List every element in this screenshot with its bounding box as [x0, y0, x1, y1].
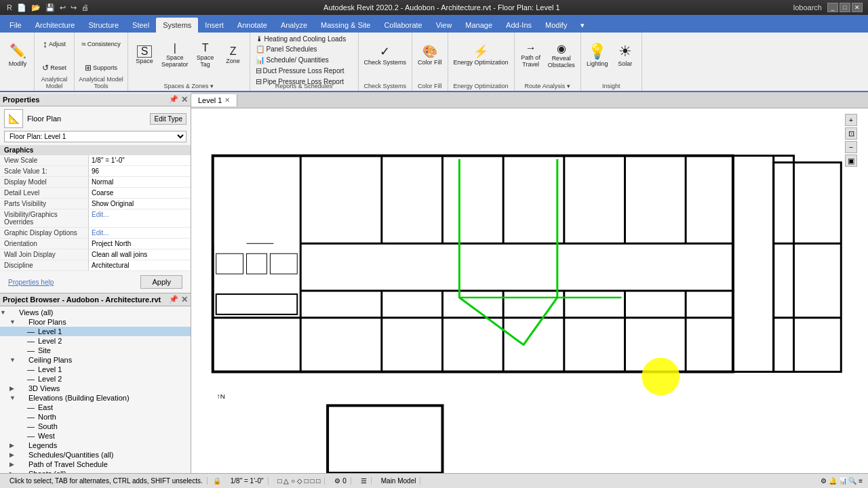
redo-btn[interactable]: ↪ [69, 3, 78, 13]
tab-context[interactable]: ▾ [574, 18, 591, 33]
tab-modify[interactable]: Modify [538, 18, 574, 33]
props-pin[interactable]: 📌 [169, 95, 178, 104]
tree-item[interactable]: ▶Legends [0, 441, 191, 450]
undo-btn[interactable]: ↩ [58, 3, 67, 13]
tree-toggle[interactable]: ▼ [9, 394, 18, 401]
zoom-in-btn[interactable]: + [845, 114, 857, 126]
tab-annotate[interactable]: Annotate [231, 18, 274, 33]
tab-collaborate[interactable]: Collaborate [377, 18, 429, 33]
canvas-area[interactable]: ↑N [191, 108, 868, 473]
tree-item[interactable]: ▶3D Views [0, 384, 191, 393]
tab-view[interactable]: View [429, 18, 459, 33]
tab-massing[interactable]: Massing & Site [314, 18, 377, 33]
tree-toggle[interactable]: ▼ [9, 319, 18, 325]
tab-analyze[interactable]: Analyze [274, 18, 314, 33]
svg-rect-27 [247, 253, 267, 274]
open-btn[interactable]: 📂 [30, 3, 42, 13]
tab-file[interactable]: File [3, 18, 28, 33]
tree-icon: — [27, 432, 38, 440]
tree-item[interactable]: —North [0, 412, 191, 422]
apply-btn[interactable]: Apply [140, 275, 182, 289]
tree-item[interactable]: ▶Path of Travel Schedule [0, 460, 191, 469]
tab-manage[interactable]: Manage [458, 18, 499, 33]
lighting-btn[interactable]: 💡 Lighting [584, 34, 611, 76]
zoom-fit-btn[interactable]: ⊡ [845, 127, 857, 140]
tab-structure[interactable]: Structure [81, 18, 125, 33]
tree-toggle[interactable]: ▶ [9, 385, 18, 392]
view-dropdown[interactable]: Floor Plan: Level 1 [4, 131, 186, 142]
tab-steel[interactable]: Steel [125, 18, 156, 33]
minimize-btn[interactable]: _ [827, 3, 838, 12]
energy-btn[interactable]: ⚡ Energy Optimization [451, 34, 511, 76]
type-name: Floor Plan [27, 115, 146, 123]
pb-pin[interactable]: 📌 [169, 295, 178, 304]
tree-label: West [38, 432, 191, 440]
group-insight-label: Insight [581, 83, 642, 89]
tree-label: East [38, 403, 191, 411]
properties-help-link[interactable]: Properties help [4, 277, 58, 287]
tree-item[interactable]: —Level 2 [0, 374, 191, 384]
pb-close[interactable]: ✕ [181, 295, 188, 304]
solar-btn[interactable]: ☀ Solar [612, 34, 639, 76]
status-icon-lock: 🔒 [213, 477, 221, 485]
tree-item[interactable]: —Level 2 [0, 336, 191, 346]
tree-item[interactable]: —South [0, 422, 191, 431]
tree-item[interactable]: —Level 1 [0, 327, 191, 336]
new-btn[interactable]: 📄 [16, 3, 28, 13]
tab-addins[interactable]: Add-Ins [499, 18, 538, 33]
zoom-out-btn[interactable]: − [845, 141, 857, 153]
tab-level1[interactable]: Level 1 ✕ [191, 94, 237, 106]
tree-item[interactable]: —West [0, 431, 191, 441]
prop-discipline: Discipline Architectural [0, 260, 191, 271]
modify-btn[interactable]: ✏️ Modify [4, 34, 31, 76]
svg-rect-0 [213, 156, 733, 372]
app-menu[interactable]: R [5, 3, 14, 12]
tree-item[interactable]: ▼Elevations (Building Elevation) [0, 393, 191, 403]
adjust-btn[interactable]: ↕ Adjust [37, 34, 71, 54]
save-btn[interactable]: 💾 [44, 3, 56, 13]
zoom-region-btn[interactable]: ▣ [845, 155, 857, 167]
tree-item[interactable]: —East [0, 403, 191, 412]
reveal-obstacles-btn[interactable]: ◉ RevealObstacles [545, 34, 578, 76]
schedule-quantities-btn[interactable]: 📊 Schedule/ Quantities [253, 55, 349, 65]
tree-label: South [38, 422, 191, 430]
tree-toggle[interactable]: ▶ [9, 451, 18, 458]
tab-systems[interactable]: Systems [156, 18, 198, 33]
tree-toggle[interactable]: ▶ [9, 442, 18, 449]
tree-item[interactable]: ▼Floor Plans [0, 317, 191, 327]
tab-close[interactable]: ✕ [224, 96, 230, 104]
check-systems-btn[interactable]: ✓ Check Systems [361, 34, 410, 76]
space-tag-btn[interactable]: T SpaceTag [192, 34, 219, 76]
duct-pressure-btn[interactable]: ⊟ Duct Pressure Loss Report [253, 66, 349, 76]
maximize-btn[interactable]: □ [840, 3, 850, 12]
edit-type-btn[interactable]: Edit Type [150, 113, 186, 125]
tree-toggle[interactable]: ▼ [0, 309, 8, 316]
close-btn[interactable]: ✕ [852, 3, 863, 12]
panel-schedules-btn[interactable]: 📋 Panel Schedules [253, 44, 349, 54]
tree-label: Level 2 [38, 337, 191, 345]
print-btn[interactable]: 🖨 [80, 3, 90, 12]
ribbon-panel: ✏️ Modify ↕ Adjust ↺ Reset Analytical Mo… [0, 33, 868, 92]
tab-architecture[interactable]: Architecture [28, 18, 82, 33]
tree-item[interactable]: —Site [0, 346, 191, 355]
heating-cooling-btn[interactable]: 🌡 Heating and Cooling Loads [253, 34, 349, 43]
tree-item[interactable]: ▼Views (all) [0, 308, 191, 317]
tree-toggle[interactable]: ▶ [9, 461, 18, 468]
reset-btn[interactable]: ↺ Reset [37, 58, 71, 78]
tree-toggle[interactable]: ▼ [9, 357, 18, 363]
group-route-label: Route Analysis ▾ [515, 83, 580, 89]
tree-item[interactable]: ▶Schedules/Quantities (all) [0, 450, 191, 460]
prop-detail-level: Detail Level Coarse [0, 188, 191, 199]
space-btn[interactable]: S Space [131, 34, 158, 76]
color-fill-btn[interactable]: 🎨 Color Fill [415, 34, 445, 76]
path-travel-btn[interactable]: → Path ofTravel [517, 34, 545, 76]
tab-insert[interactable]: Insert [198, 18, 231, 33]
zone-btn[interactable]: Z Zone [220, 34, 247, 76]
consistency-btn[interactable]: ≈ Consistency [77, 34, 125, 54]
svg-rect-26 [216, 253, 243, 274]
space-separator-btn[interactable]: | SpaceSeparator [159, 34, 191, 76]
tree-item[interactable]: ▼Ceiling Plans [0, 355, 191, 365]
props-close[interactable]: ✕ [181, 95, 188, 104]
tree-item[interactable]: —Level 1 [0, 365, 191, 374]
supports-btn[interactable]: ⊞ Supports [77, 58, 125, 78]
